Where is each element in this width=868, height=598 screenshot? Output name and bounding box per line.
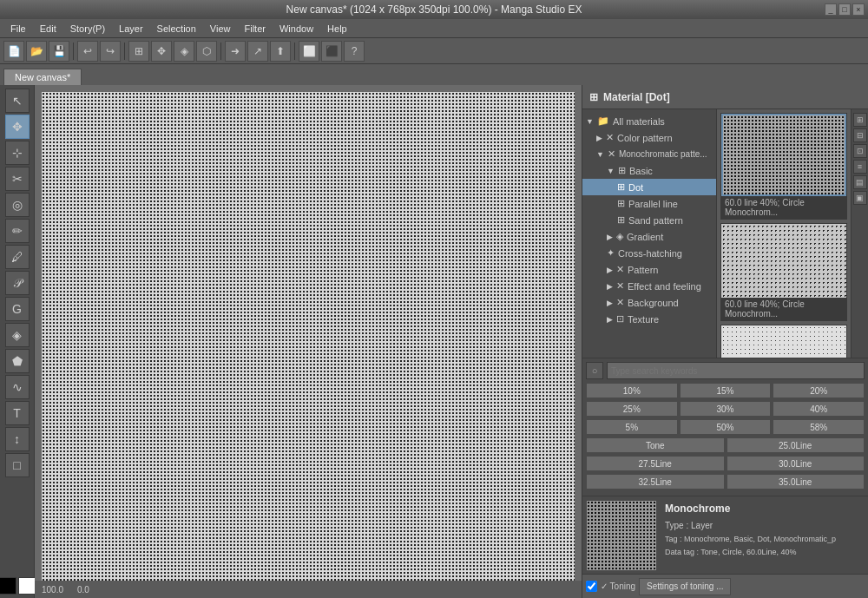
tree-item-dot[interactable]: ⊞ Dot	[582, 179, 716, 195]
menu-view[interactable]: View	[203, 22, 238, 36]
tag-25line[interactable]: 25.0Line	[727, 437, 865, 453]
menu-story[interactable]: Story(P)	[63, 22, 112, 36]
pencil-tool[interactable]: ✏	[5, 219, 30, 243]
panel-tool-3[interactable]: ⊡	[853, 144, 867, 158]
menu-edit[interactable]: Edit	[33, 22, 63, 36]
tree-item-background[interactable]: ▶ ✕ Background	[582, 294, 716, 311]
tool3[interactable]: ◈	[174, 41, 194, 62]
preview-item-1[interactable]: 60.0 line 40%; Circle Monochrom...	[720, 113, 847, 220]
maximize-button[interactable]: □	[838, 3, 851, 16]
panel-tool-1[interactable]: ⊞	[853, 113, 867, 127]
curve-tool[interactable]: ∿	[5, 375, 30, 399]
tag-5[interactable]: 5%	[586, 419, 678, 435]
tag-10[interactable]: 10%	[586, 383, 678, 398]
fill-tool[interactable]: ◈	[5, 323, 30, 347]
foreground-color[interactable]	[0, 577, 16, 595]
tag-40[interactable]: 40%	[773, 401, 865, 417]
tag-20[interactable]: 20%	[773, 383, 865, 398]
menu-filter[interactable]: Filter	[238, 22, 273, 36]
menu-selection[interactable]: Selection	[150, 22, 203, 36]
tool5[interactable]: ➜	[225, 41, 246, 62]
material-tree[interactable]: ▼ 📁 All materials ▶ ✕ Color pattern ▼ ✕ …	[582, 109, 717, 358]
tab-new-canvas[interactable]: New canvas*	[3, 69, 82, 85]
canvas-area[interactable]: 100.0 0.0	[35, 85, 582, 598]
panel-tool-2[interactable]: ⊟	[853, 128, 867, 142]
undo-button[interactable]: ↩	[77, 41, 98, 62]
save-button[interactable]: 💾	[49, 41, 69, 62]
pen-tool[interactable]: 🖊	[5, 245, 30, 269]
separator1	[73, 43, 74, 60]
tree-item-sand-pattern[interactable]: ⊞ Sand pattern	[582, 212, 716, 228]
pattern2-icon: ✕	[616, 264, 624, 275]
tag-30line[interactable]: 30.0Line	[727, 456, 865, 471]
title-bar: New canvas* (1024 x 768px 350dpi 100.0%)…	[0, 0, 868, 19]
close-button[interactable]: ×	[852, 3, 865, 16]
canvas-pattern	[42, 92, 575, 581]
transform-tool[interactable]: ↕	[5, 427, 30, 451]
background-color[interactable]	[18, 577, 36, 595]
open-button[interactable]: 📂	[26, 41, 47, 62]
tool1[interactable]: ⊞	[128, 41, 149, 62]
redo-button[interactable]: ↪	[100, 41, 121, 62]
preview-item-2[interactable]: 60.0 line 40%; Circle Monochrom...	[720, 223, 847, 321]
panel-tool-4[interactable]: ≡	[853, 160, 867, 174]
tag-35line[interactable]: 35.0Line	[727, 474, 865, 490]
brush-tool[interactable]: 𝒫	[5, 271, 30, 295]
panel-tool-5[interactable]: ▤	[853, 175, 867, 189]
toning-checkbox[interactable]	[586, 581, 597, 592]
settings-toning-button[interactable]: Settings of toning ...	[639, 578, 731, 595]
tree-item-all-materials[interactable]: ▼ 📁 All materials	[582, 113, 716, 129]
tool8[interactable]: ⬜	[299, 41, 319, 62]
tag-30[interactable]: 30%	[680, 401, 772, 417]
search-icon-button[interactable]: ○	[586, 362, 603, 379]
menu-file[interactable]: File	[3, 22, 33, 36]
tool2[interactable]: ✥	[151, 41, 172, 62]
preview-image-1	[721, 114, 846, 196]
tag-tone[interactable]: Tone	[586, 437, 725, 453]
tool4[interactable]: ⬡	[196, 41, 217, 62]
tag-50[interactable]: 50%	[680, 419, 772, 435]
gradient-tool[interactable]: G	[5, 297, 30, 321]
shape-tool[interactable]: ⬟	[5, 349, 30, 373]
mono-icon: ✕	[608, 148, 615, 160]
tree-item-cross-hatching[interactable]: ✦ Cross-hatching	[582, 245, 716, 261]
tool9[interactable]: ⬛	[321, 41, 342, 62]
search-input[interactable]	[607, 362, 865, 379]
tree-item-pattern[interactable]: ▶ ✕ Pattern	[582, 261, 716, 278]
menu-layer[interactable]: Layer	[112, 22, 150, 36]
tree-item-basic[interactable]: ▼ ⊞ Basic	[582, 162, 716, 179]
eyedropper-tool[interactable]: ◎	[5, 193, 30, 217]
panel-tool-6[interactable]: ▣	[853, 191, 867, 205]
tree-item-monochromatic[interactable]: ▼ ✕ Monochromatic patte...	[582, 146, 716, 162]
tag-25[interactable]: 25%	[586, 401, 678, 417]
toning-label: ✓ Toning	[601, 582, 635, 591]
help-button[interactable]: ?	[344, 41, 365, 62]
menu-window[interactable]: Window	[273, 22, 320, 36]
info-title: Monochrome	[665, 501, 864, 517]
lasso-tool[interactable]: ⊹	[5, 141, 30, 165]
tree-item-texture[interactable]: ▶ ⊡ Texture	[582, 311, 716, 327]
rect-tool[interactable]: □	[5, 453, 30, 477]
crop-tool[interactable]: ✂	[5, 167, 30, 191]
tree-item-parallel-line[interactable]: ⊞ Parallel line	[582, 195, 716, 212]
tag-15[interactable]: 15%	[680, 383, 772, 398]
material-previews[interactable]: 60.0 line 40%; Circle Monochrom... 60.0 …	[717, 109, 851, 358]
folder-icon: 📁	[597, 115, 609, 127]
preview-item-3[interactable]: 60.0 line 10%; Circle Monochrom...	[720, 325, 847, 358]
zoom-level: 100.0	[42, 585, 63, 595]
tag-27line[interactable]: 27.5Line	[586, 456, 725, 471]
move-tool[interactable]: ✥	[5, 115, 30, 139]
select-tool[interactable]: ↖	[5, 89, 30, 113]
tool6[interactable]: ↗	[247, 41, 268, 62]
tag-32line[interactable]: 32.5Line	[586, 474, 725, 490]
tree-item-gradient[interactable]: ▶ ◈ Gradient	[582, 228, 716, 245]
new-file-button[interactable]: 📄	[3, 41, 24, 62]
tag-58[interactable]: 58%	[773, 419, 865, 435]
minimize-button[interactable]: _	[825, 3, 837, 16]
tool7[interactable]: ⬆	[270, 41, 291, 62]
window-controls[interactable]: _ □ ×	[825, 3, 865, 16]
menu-help[interactable]: Help	[320, 22, 354, 36]
tree-item-effect[interactable]: ▶ ✕ Effect and feeling	[582, 278, 716, 294]
text-tool[interactable]: T	[5, 401, 30, 425]
tree-item-color-pattern[interactable]: ▶ ✕ Color pattern	[582, 129, 716, 146]
